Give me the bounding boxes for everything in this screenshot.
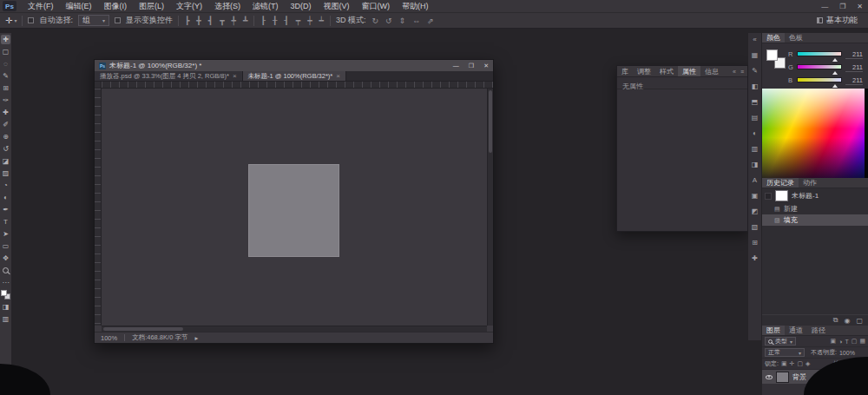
lock-all-icon[interactable]: ◈ — [806, 360, 810, 367]
eraser-tool[interactable]: ◪ — [1, 156, 10, 166]
doc-close-button[interactable]: ✕ — [483, 63, 489, 69]
blue-value-field[interactable]: 211 — [845, 76, 863, 85]
tab-close-icon[interactable]: × — [336, 72, 340, 80]
pen-tool[interactable]: ✒ — [1, 205, 10, 214]
document-tab-inactive[interactable]: 播放器.psd @ 33.3%(图层 4 拷贝 2, RGB/8)* × — [95, 71, 243, 81]
filter-pixel-icon[interactable]: ▣ — [831, 338, 837, 345]
dock-panel-icon-14[interactable]: ✚ — [752, 255, 758, 262]
menu-select[interactable]: 选择(S) — [208, 0, 247, 12]
foreground-color-swatch[interactable] — [766, 49, 778, 61]
menu-file[interactable]: 文件(F) — [22, 0, 60, 12]
lasso-tool[interactable]: ◌ — [1, 59, 10, 69]
dock-panel-icon-6[interactable]: ◐ — [753, 130, 757, 137]
red-value-field[interactable]: 211 — [845, 50, 863, 59]
doc-minimize-button[interactable]: — — [453, 63, 459, 69]
align-right-icon[interactable]: ┫ — [207, 16, 214, 25]
minimize-button[interactable]: — — [821, 3, 828, 10]
tab-libraries[interactable]: 库 — [617, 66, 633, 76]
menu-image[interactable]: 图像(I) — [98, 0, 134, 12]
filter-type-icon[interactable]: T — [845, 339, 848, 345]
layer-filter-dropdown[interactable]: 类型 ▾ — [765, 337, 796, 346]
close-button[interactable]: ✕ — [857, 3, 863, 10]
align-center-icon[interactable]: ╋ — [195, 16, 201, 25]
gradient-tool[interactable]: ▨ — [1, 168, 10, 178]
dock-panel-icon-3[interactable]: ◧ — [752, 83, 759, 90]
blur-tool[interactable]: ◔ — [1, 181, 10, 190]
dock-panel-icon-2[interactable]: ✎ — [752, 68, 758, 75]
dock-panel-icon-7[interactable]: ▥ — [752, 146, 759, 153]
dock-panel-icon-11[interactable]: ◩ — [752, 208, 759, 215]
dock-panel-icon-10[interactable]: ▣ — [752, 193, 759, 200]
dock-panel-icon-1[interactable]: ▦ — [752, 52, 759, 59]
document-titlebar[interactable]: Ps 未标题-1 @ 100%(RGB/32*) * — ❐ ✕ — [95, 60, 493, 71]
show-transform-checkbox[interactable] — [115, 17, 121, 23]
distribute-left-icon[interactable]: ┠ — [260, 16, 266, 25]
distribute-middle-icon[interactable]: ┿ — [306, 16, 312, 25]
distribute-top-icon[interactable]: ┯ — [295, 16, 301, 25]
auto-select-dropdown[interactable]: 组 ▾ — [78, 15, 109, 26]
history-snapshot-row[interactable]: 未标题-1 — [762, 188, 868, 203]
horizontal-scrollbar[interactable] — [102, 326, 487, 332]
lock-transparent-icon[interactable]: ▣ — [781, 360, 787, 367]
green-value-field[interactable]: 211 — [845, 63, 863, 72]
dock-panel-icon-8[interactable]: ◨ — [752, 161, 759, 168]
green-slider[interactable] — [797, 64, 842, 69]
lock-pixels-icon[interactable]: ▢ — [797, 360, 803, 367]
new-snapshot-icon[interactable]: ◉ — [844, 317, 850, 325]
dodge-tool[interactable]: ◐ — [1, 193, 10, 202]
tab-color[interactable]: 颜色 — [762, 33, 785, 43]
spot-healing-brush-tool[interactable]: ✚ — [1, 108, 10, 117]
distribute-bottom-icon[interactable]: ┷ — [319, 16, 325, 25]
3d-rotate-icon[interactable]: ↻ — [372, 16, 380, 25]
color-spectrum-ramp[interactable] — [762, 89, 868, 178]
brush-tool[interactable]: ✐ — [1, 120, 10, 129]
zoom-level-field[interactable]: 100% — [101, 334, 117, 342]
dock-panel-icon-4[interactable]: ⬒ — [752, 99, 759, 106]
auto-select-checkbox[interactable] — [28, 17, 34, 23]
filter-shape-icon[interactable]: ▢ — [852, 338, 858, 345]
dock-panel-icon-12[interactable]: ▧ — [752, 224, 759, 231]
doc-restore-button[interactable]: ❐ — [469, 63, 474, 69]
rectangular-marquee-tool[interactable]: ▢ — [1, 47, 10, 56]
history-step-new[interactable]: ▤ 新建 — [762, 203, 868, 214]
tab-layers[interactable]: 图层 — [762, 326, 785, 335]
workspace-switcher[interactable]: 基本功能 — [817, 15, 863, 26]
tab-adjustments[interactable]: 调整 — [633, 66, 655, 76]
distribute-center-icon[interactable]: ╂ — [272, 16, 278, 25]
menu-edit[interactable]: 编辑(E) — [60, 0, 98, 12]
vertical-scrollbar[interactable] — [487, 89, 493, 326]
filter-smart-object-icon[interactable]: ▦ — [859, 338, 865, 345]
menu-type[interactable]: 文字(Y) — [170, 0, 208, 12]
quick-selection-tool[interactable]: ✎ — [1, 71, 10, 81]
blend-mode-dropdown[interactable]: 正常 ▾ — [765, 348, 805, 357]
move-tool[interactable]: ✛ — [1, 35, 10, 44]
type-tool[interactable]: T — [1, 217, 10, 227]
dock-panel-icon-5[interactable]: ▤ — [752, 115, 759, 122]
tab-actions[interactable]: 动作 — [799, 178, 821, 188]
new-document-from-state-icon[interactable]: ⧉ — [833, 316, 838, 325]
align-bottom-icon[interactable]: ┻ — [242, 16, 248, 25]
menu-3d[interactable]: 3D(D) — [285, 0, 318, 12]
3d-drag-icon[interactable]: ⇕ — [398, 16, 407, 25]
zoom-tool[interactable] — [1, 266, 10, 275]
tab-paths[interactable]: 路径 — [807, 326, 830, 335]
history-step-fill[interactable]: ▨ 填充 — [762, 214, 868, 226]
red-slider[interactable] — [797, 51, 842, 56]
dock-panel-icon-13[interactable]: ⊞ — [752, 240, 758, 247]
dock-panel-icon-9[interactable]: A — [753, 177, 757, 184]
menu-view[interactable]: 视图(V) — [318, 0, 356, 12]
delete-state-icon[interactable]: ▢ — [856, 317, 863, 325]
menu-filter[interactable]: 滤镜(T) — [247, 0, 285, 12]
document-tab-active[interactable]: 未标题-1 @ 100%(RGB/32*)* × — [243, 71, 346, 81]
tab-info[interactable]: 信息 — [700, 66, 723, 76]
tab-close-icon[interactable]: × — [233, 72, 237, 80]
clone-stamp-tool[interactable]: ⊕ — [1, 132, 10, 142]
distribute-right-icon[interactable]: ┨ — [283, 16, 289, 25]
expand-panels-icon[interactable]: « — [753, 36, 756, 43]
hand-tool[interactable]: ✥ — [1, 253, 10, 263]
menu-layer[interactable]: 图层(L) — [133, 0, 170, 12]
history-brush-tool[interactable]: ↺ — [1, 144, 10, 154]
foreground-background-swatches[interactable] — [1, 290, 10, 300]
tab-channels[interactable]: 通道 — [785, 326, 807, 335]
blue-slider[interactable] — [797, 77, 842, 82]
